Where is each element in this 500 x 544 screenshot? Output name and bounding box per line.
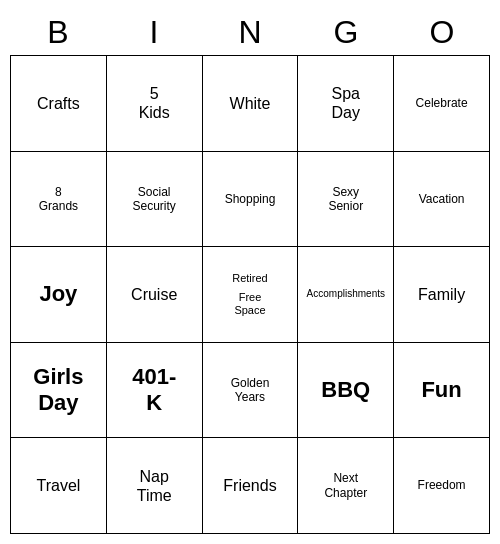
cell-3-0: GirlsDay [11,343,107,439]
cell-4-4: Freedom [394,438,490,534]
header-o: O [394,10,490,55]
cell-2-1: Cruise [107,247,203,343]
cell-1-2: Shopping [203,152,299,248]
free-space-bottom: FreeSpace [234,291,265,317]
bingo-card: B I N G O Crafts 5Kids White SpaDay Cele… [10,10,490,534]
header-n: N [202,10,298,55]
cell-3-1: 401-K [107,343,203,439]
header-i: I [106,10,202,55]
cell-1-1: SocialSecurity [107,152,203,248]
cell-0-4: Celebrate [394,56,490,152]
cell-0-3: SpaDay [298,56,394,152]
cell-0-1: 5Kids [107,56,203,152]
header-g: G [298,10,394,55]
cell-2-0: Joy [11,247,107,343]
cell-0-2: White [203,56,299,152]
cell-4-3: NextChapter [298,438,394,534]
cell-3-3: BBQ [298,343,394,439]
bingo-grid: Crafts 5Kids White SpaDay Celebrate 8Gra… [10,55,490,534]
cell-4-2: Friends [203,438,299,534]
cell-2-3: Accomplishments [298,247,394,343]
cell-3-4: Fun [394,343,490,439]
cell-0-0: Crafts [11,56,107,152]
cell-2-4: Family [394,247,490,343]
header-b: B [10,10,106,55]
cell-2-2-free-space: Retired FreeSpace [203,247,299,343]
cell-1-4: Vacation [394,152,490,248]
cell-1-0: 8Grands [11,152,107,248]
cell-1-3: SexySenior [298,152,394,248]
cell-4-0: Travel [11,438,107,534]
bingo-header: B I N G O [10,10,490,55]
cell-4-1: NapTime [107,438,203,534]
free-space-top: Retired [232,272,267,285]
cell-3-2: GoldenYears [203,343,299,439]
